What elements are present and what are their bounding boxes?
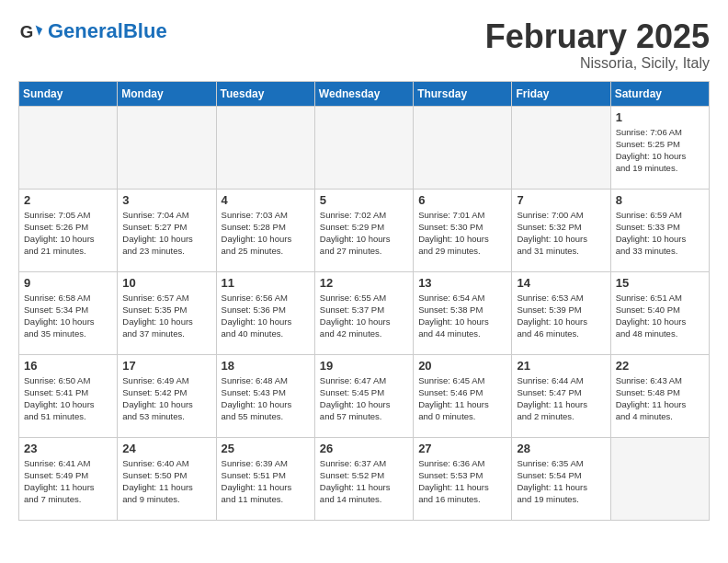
day-number: 9 xyxy=(24,276,112,290)
day-info: Sunrise: 6:56 AM Sunset: 5:36 PM Dayligh… xyxy=(222,292,310,340)
day-info: Sunrise: 6:44 AM Sunset: 5:47 PM Dayligh… xyxy=(517,374,605,423)
day-info: Sunrise: 6:41 AM Sunset: 5:49 PM Dayligh… xyxy=(24,457,112,506)
day-cell xyxy=(19,106,118,189)
day-cell: 10Sunrise: 6:57 AM Sunset: 5:35 PM Dayli… xyxy=(118,271,216,354)
day-cell: 1Sunrise: 7:06 AM Sunset: 5:25 PM Daylig… xyxy=(610,106,709,189)
day-cell: 15Sunrise: 6:51 AM Sunset: 5:40 PM Dayli… xyxy=(610,271,709,354)
day-cell: 6Sunrise: 7:01 AM Sunset: 5:30 PM Daylig… xyxy=(414,189,512,271)
day-header-saturday: Saturday xyxy=(610,81,709,106)
calendar-table: SundayMondayTuesdayWednesdayThursdayFrid… xyxy=(18,81,710,521)
day-info: Sunrise: 7:05 AM Sunset: 5:26 PM Dayligh… xyxy=(24,209,112,258)
day-info: Sunrise: 6:51 AM Sunset: 5:40 PM Dayligh… xyxy=(616,292,704,340)
logo-text: GeneralBlue xyxy=(48,21,167,41)
day-info: Sunrise: 6:54 AM Sunset: 5:38 PM Dayligh… xyxy=(418,292,506,340)
day-number: 12 xyxy=(320,276,408,290)
day-info: Sunrise: 7:04 AM Sunset: 5:27 PM Dayligh… xyxy=(122,209,210,258)
day-cell: 27Sunrise: 6:36 AM Sunset: 5:53 PM Dayli… xyxy=(414,437,512,520)
day-cell: 2Sunrise: 7:05 AM Sunset: 5:26 PM Daylig… xyxy=(19,189,118,271)
day-number: 5 xyxy=(320,193,408,207)
day-cell: 19Sunrise: 6:47 AM Sunset: 5:45 PM Dayli… xyxy=(314,354,413,437)
day-number: 25 xyxy=(222,442,310,455)
day-info: Sunrise: 6:53 AM Sunset: 5:39 PM Dayligh… xyxy=(517,292,605,340)
day-number: 15 xyxy=(616,276,704,290)
day-header-sunday: Sunday xyxy=(19,81,118,106)
day-cell: 21Sunrise: 6:44 AM Sunset: 5:47 PM Dayli… xyxy=(512,354,610,437)
day-cell: 25Sunrise: 6:39 AM Sunset: 5:51 PM Dayli… xyxy=(216,437,314,520)
month-title: February 2025 xyxy=(485,18,710,55)
day-number: 13 xyxy=(418,276,506,290)
day-number: 17 xyxy=(122,359,210,373)
week-row-4: 23Sunrise: 6:41 AM Sunset: 5:49 PM Dayli… xyxy=(19,437,710,520)
svg-text:G: G xyxy=(20,22,34,41)
day-info: Sunrise: 6:59 AM Sunset: 5:33 PM Dayligh… xyxy=(616,209,704,258)
title-block: February 2025 Nissoria, Sicily, Italy xyxy=(485,18,710,72)
day-cell: 7Sunrise: 7:00 AM Sunset: 5:32 PM Daylig… xyxy=(512,189,610,271)
week-row-3: 16Sunrise: 6:50 AM Sunset: 5:41 PM Dayli… xyxy=(19,354,710,437)
day-number: 11 xyxy=(222,276,310,290)
week-row-2: 9Sunrise: 6:58 AM Sunset: 5:34 PM Daylig… xyxy=(19,271,710,354)
day-info: Sunrise: 6:37 AM Sunset: 5:52 PM Dayligh… xyxy=(320,457,408,506)
day-cell: 20Sunrise: 6:45 AM Sunset: 5:46 PM Dayli… xyxy=(414,354,512,437)
day-cell: 16Sunrise: 6:50 AM Sunset: 5:41 PM Dayli… xyxy=(19,354,118,437)
day-info: Sunrise: 6:45 AM Sunset: 5:46 PM Dayligh… xyxy=(418,374,506,423)
day-cell: 5Sunrise: 7:02 AM Sunset: 5:29 PM Daylig… xyxy=(314,189,413,271)
day-info: Sunrise: 6:55 AM Sunset: 5:37 PM Dayligh… xyxy=(320,292,408,340)
day-info: Sunrise: 7:03 AM Sunset: 5:28 PM Dayligh… xyxy=(222,209,310,258)
day-info: Sunrise: 6:40 AM Sunset: 5:50 PM Dayligh… xyxy=(122,457,210,506)
day-number: 6 xyxy=(418,193,506,207)
day-info: Sunrise: 6:35 AM Sunset: 5:54 PM Dayligh… xyxy=(517,457,605,506)
day-info: Sunrise: 6:49 AM Sunset: 5:42 PM Dayligh… xyxy=(122,374,210,423)
day-cell: 12Sunrise: 6:55 AM Sunset: 5:37 PM Dayli… xyxy=(314,271,413,354)
day-cell: 24Sunrise: 6:40 AM Sunset: 5:50 PM Dayli… xyxy=(118,437,216,520)
day-cell: 22Sunrise: 6:43 AM Sunset: 5:48 PM Dayli… xyxy=(610,354,709,437)
day-number: 22 xyxy=(616,359,704,373)
day-cell: 23Sunrise: 6:41 AM Sunset: 5:49 PM Dayli… xyxy=(19,437,118,520)
day-info: Sunrise: 6:43 AM Sunset: 5:48 PM Dayligh… xyxy=(616,374,704,423)
day-info: Sunrise: 6:48 AM Sunset: 5:43 PM Dayligh… xyxy=(222,374,310,423)
day-info: Sunrise: 7:00 AM Sunset: 5:32 PM Dayligh… xyxy=(517,209,605,258)
day-info: Sunrise: 6:58 AM Sunset: 5:34 PM Dayligh… xyxy=(24,292,112,340)
day-cell: 3Sunrise: 7:04 AM Sunset: 5:27 PM Daylig… xyxy=(118,189,216,271)
week-row-1: 2Sunrise: 7:05 AM Sunset: 5:26 PM Daylig… xyxy=(19,189,710,271)
page-header: G GeneralBlue February 2025 Nissoria, Si… xyxy=(18,18,710,72)
day-number: 27 xyxy=(418,442,506,455)
logo: G GeneralBlue xyxy=(18,18,167,44)
day-number: 8 xyxy=(616,193,704,207)
day-cell xyxy=(314,106,413,189)
day-number: 4 xyxy=(222,193,310,207)
day-info: Sunrise: 7:06 AM Sunset: 5:25 PM Dayligh… xyxy=(616,126,704,175)
day-cell: 18Sunrise: 6:48 AM Sunset: 5:43 PM Dayli… xyxy=(216,354,314,437)
day-cell: 4Sunrise: 7:03 AM Sunset: 5:28 PM Daylig… xyxy=(216,189,314,271)
day-header-monday: Monday xyxy=(118,81,216,106)
day-number: 28 xyxy=(517,442,605,455)
day-cell xyxy=(610,437,709,520)
day-cell: 28Sunrise: 6:35 AM Sunset: 5:54 PM Dayli… xyxy=(512,437,610,520)
day-cell: 17Sunrise: 6:49 AM Sunset: 5:42 PM Dayli… xyxy=(118,354,216,437)
day-number: 3 xyxy=(122,193,210,207)
day-number: 20 xyxy=(418,359,506,373)
day-header-friday: Friday xyxy=(512,81,610,106)
day-number: 14 xyxy=(517,276,605,290)
day-info: Sunrise: 6:50 AM Sunset: 5:41 PM Dayligh… xyxy=(24,374,112,423)
day-cell: 14Sunrise: 6:53 AM Sunset: 5:39 PM Dayli… xyxy=(512,271,610,354)
day-info: Sunrise: 6:39 AM Sunset: 5:51 PM Dayligh… xyxy=(222,457,310,506)
day-cell xyxy=(216,106,314,189)
day-number: 7 xyxy=(517,193,605,207)
day-cell: 8Sunrise: 6:59 AM Sunset: 5:33 PM Daylig… xyxy=(610,189,709,271)
week-row-0: 1Sunrise: 7:06 AM Sunset: 5:25 PM Daylig… xyxy=(19,106,710,189)
logo-blue: Blue xyxy=(123,19,167,42)
day-number: 24 xyxy=(122,442,210,455)
day-number: 23 xyxy=(24,442,112,455)
day-info: Sunrise: 7:01 AM Sunset: 5:30 PM Dayligh… xyxy=(418,209,506,258)
day-cell xyxy=(414,106,512,189)
day-cell: 11Sunrise: 6:56 AM Sunset: 5:36 PM Dayli… xyxy=(216,271,314,354)
day-info: Sunrise: 6:57 AM Sunset: 5:35 PM Dayligh… xyxy=(122,292,210,340)
day-cell: 26Sunrise: 6:37 AM Sunset: 5:52 PM Dayli… xyxy=(314,437,413,520)
day-header-wednesday: Wednesday xyxy=(314,81,413,106)
logo-icon: G xyxy=(18,18,44,44)
day-header-tuesday: Tuesday xyxy=(216,81,314,106)
day-number: 10 xyxy=(122,276,210,290)
day-cell: 13Sunrise: 6:54 AM Sunset: 5:38 PM Dayli… xyxy=(414,271,512,354)
day-number: 26 xyxy=(320,442,408,455)
day-number: 18 xyxy=(222,359,310,373)
